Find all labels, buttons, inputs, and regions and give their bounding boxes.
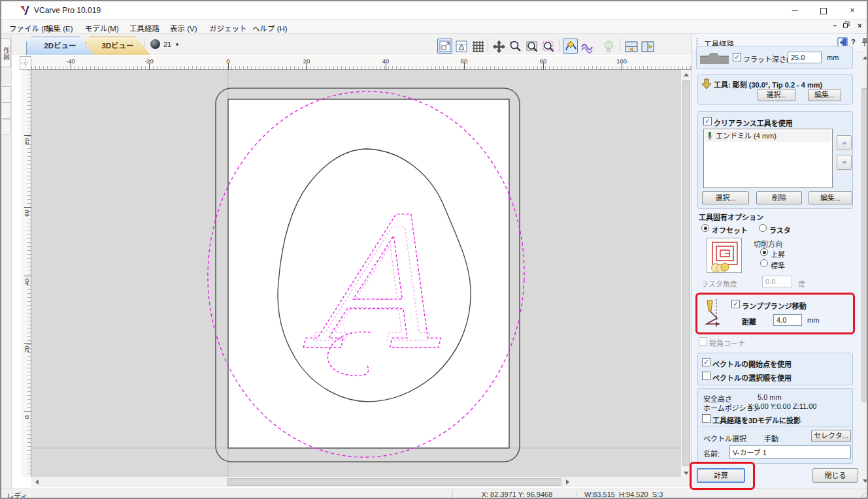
tab-2d-view[interactable]: 2Dビュー: [26, 37, 94, 55]
menu-view[interactable]: 表示 (V): [166, 22, 201, 35]
drawing-flyout-tab[interactable]: 作図: [1, 39, 11, 67]
vector-selection-value: 手動: [764, 433, 778, 443]
toolbar-separator: [488, 39, 488, 52]
vcarve-logo-icon: [20, 5, 30, 16]
panel-scrollbar[interactable]: [861, 52, 868, 489]
toolpath-name-input[interactable]: [729, 445, 851, 459]
hruler-label: -40: [66, 57, 75, 65]
panel-help-icon[interactable]: ?: [851, 38, 856, 46]
layout-2d3d-horizontal-icon[interactable]: [624, 39, 639, 54]
conventional-radio[interactable]: [760, 259, 768, 267]
minimize-button[interactable]: ─: [780, 1, 809, 20]
sharp-corners-label: 鋭角コーナ: [709, 338, 745, 348]
vruler-label: 60: [23, 208, 30, 219]
menu-help[interactable]: ヘルプ (H): [248, 22, 292, 35]
zoom-box-icon[interactable]: [524, 39, 539, 54]
climb-radio[interactable]: [760, 248, 768, 256]
side-toolbox-1[interactable]: [2, 86, 11, 103]
flat-depth-icon: [700, 51, 729, 64]
move-up-button[interactable]: [837, 135, 852, 150]
calculate-highlight-box: [690, 462, 755, 490]
clearance-delete-button[interactable]: 削除: [756, 191, 802, 204]
canvas-hscrollbar[interactable]: [31, 477, 681, 487]
status-cursor-xy: X: 82.3971 Y: 96.9468: [459, 491, 575, 498]
sharp-corners-checkbox[interactable]: [699, 337, 707, 346]
hruler-label: 0: [226, 57, 229, 65]
close-panel-button[interactable]: 閉じる: [812, 468, 858, 483]
preview-toolpaths-icon[interactable]: [563, 39, 578, 54]
selector-button[interactable]: セレクタ...: [811, 430, 851, 442]
offset-radio[interactable]: [701, 224, 709, 232]
job-setup-icon[interactable]: [437, 39, 452, 54]
left-tab-strip: 作図: [1, 34, 12, 489]
move-down-button[interactable]: [837, 155, 852, 170]
pan-icon[interactable]: [491, 39, 506, 54]
2d-view-canvas[interactable]: A A: [31, 70, 681, 477]
layer-count-label[interactable]: 21: [163, 40, 171, 48]
mdi-close-button[interactable]: ×: [858, 22, 861, 29]
mdi-restore-button[interactable]: [843, 22, 850, 29]
vertical-ruler: 80 60 40 20 0: [21, 70, 31, 477]
project-3d-label: 工具経路を3Dモデルに投影: [712, 415, 801, 425]
flat-depth-checkbox[interactable]: ✓: [733, 53, 741, 61]
scroll-down-icon[interactable]: [684, 472, 689, 475]
tab-3d-view[interactable]: 3Dビュー: [85, 37, 150, 55]
vruler-label: 0: [23, 412, 30, 423]
raster-radio[interactable]: [759, 224, 767, 232]
panel-scroll-thumb[interactable]: [861, 88, 868, 402]
scroll-up-icon[interactable]: [684, 73, 689, 76]
canvas-vscroll-thumb[interactable]: [682, 80, 690, 466]
snap-grid-icon[interactable]: [470, 39, 485, 54]
list-item[interactable]: エンドミル (4 mm): [705, 131, 831, 142]
toolpath-visibility-icon: [601, 39, 616, 54]
clearance-checkbox[interactable]: ✓: [703, 117, 712, 125]
scroll-up-icon[interactable]: [863, 56, 868, 59]
menu-model[interactable]: モデル(M): [81, 22, 123, 35]
toolpath-drawing-icon[interactable]: [579, 39, 594, 54]
menu-edit[interactable]: 編集 (E): [42, 22, 77, 35]
scroll-down-icon[interactable]: [863, 479, 868, 483]
material-setup-icon[interactable]: [454, 39, 469, 54]
maximize-button[interactable]: [809, 1, 838, 20]
canvas-vscrollbar[interactable]: [681, 70, 692, 487]
tool-options-header: 工具固有オプション: [699, 212, 763, 222]
tool-select-button[interactable]: 選択...: [758, 89, 795, 101]
hruler-label: -20: [144, 57, 154, 65]
layout-2d3d-vertical-icon[interactable]: [640, 39, 655, 54]
clearance-tool-item-label[interactable]: エンドミル (4 mm): [716, 131, 776, 142]
side-toolbox-3[interactable]: [2, 119, 11, 135]
menu-toolpath[interactable]: 工具経路: [125, 22, 163, 35]
title-bar: VCarve Pro 10.019 ─ ×: [1, 1, 867, 20]
scroll-left-icon[interactable]: [35, 479, 39, 485]
panel-pin-icon[interactable]: [861, 37, 868, 48]
scroll-right-icon[interactable]: [566, 479, 569, 485]
layer-dropdown-caret-icon[interactable]: ▼: [175, 42, 180, 48]
hruler-label: 60: [461, 57, 468, 65]
use-start-points-checkbox[interactable]: ✓: [702, 358, 710, 366]
climb-radio-label: 上昇: [771, 249, 785, 259]
side-toolbox-2[interactable]: [2, 103, 11, 119]
zoom-selection-icon[interactable]: [541, 39, 556, 54]
use-selection-order-checkbox[interactable]: [702, 372, 710, 380]
safe-z-value: 5.0 mm: [758, 393, 782, 401]
resize-grip[interactable]: [858, 492, 866, 499]
clearance-tool-list[interactable]: エンドミル (4 mm): [703, 129, 833, 188]
clearance-select-button[interactable]: 選択...: [702, 191, 749, 204]
use-start-points-label: ベクトルの開始点を使用: [712, 359, 792, 369]
hruler-label: 80: [540, 57, 547, 65]
canvas-hscroll-thumb[interactable]: [227, 478, 561, 486]
close-button[interactable]: ×: [838, 1, 867, 20]
vruler-label: 80: [23, 137, 30, 147]
horizontal-ruler: -40 -20 0 20 40 60 80 100: [31, 56, 692, 70]
mdi-minimize-button[interactable]: –: [833, 22, 837, 29]
zoom-interactive-icon[interactable]: [507, 39, 522, 54]
project-3d-checkbox[interactable]: [702, 414, 710, 423]
raster-angle-label: ラスタ角度: [701, 278, 737, 289]
toolbar-separator: [620, 39, 620, 52]
tool-edit-button[interactable]: 編集...: [808, 89, 841, 101]
clearance-edit-button[interactable]: 編集...: [809, 191, 852, 204]
layers-sphere-icon[interactable]: [150, 39, 160, 49]
menu-gadgets[interactable]: ガジェット: [205, 22, 251, 35]
vruler-label: 20: [23, 344, 30, 355]
flat-depth-input[interactable]: [788, 52, 822, 63]
